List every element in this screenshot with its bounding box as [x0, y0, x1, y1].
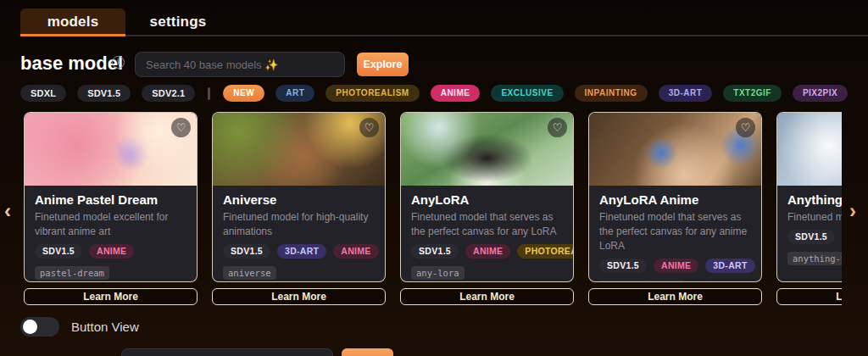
model-description: Finetuned mod — [787, 210, 842, 225]
model-description: Finetuned model for high-quality animati… — [223, 210, 375, 239]
filter-chip-txt2gif[interactable]: TXT2GIF — [723, 85, 782, 102]
model-carousel: ♡ Anime Pastel Dream Finetuned model exc… — [22, 108, 842, 309]
filter-chip-new[interactable]: NEW — [223, 85, 264, 102]
model-tag: 3D-ART — [277, 244, 326, 259]
model-card[interactable]: ♡ Aniverse Finetuned model for high-qual… — [212, 112, 386, 305]
heart-icon: ♡ — [553, 121, 563, 134]
model-thumbnail: ♡ — [777, 113, 842, 186]
carousel-track: ♡ Anime Pastel Dream Finetuned model exc… — [22, 108, 842, 305]
heart-icon: ♡ — [364, 121, 375, 134]
model-description: Finetuned model excellent for vibrant an… — [35, 210, 186, 239]
learn-more-button[interactable]: Learn More — [24, 288, 198, 305]
page-title: base model — [20, 53, 123, 75]
filter-chip-exclusive[interactable]: EXCLUSIVE — [491, 85, 563, 102]
learn-more-button[interactable]: Learn More — [212, 288, 386, 305]
model-tag: ANIME — [465, 244, 510, 259]
model-tag: PHOTOREALISM — [517, 244, 573, 259]
model-card[interactable]: ♡ AnyLoRA Finetuned model that serves as… — [400, 112, 574, 305]
filter-chip-3d-art[interactable]: 3D-ART — [659, 85, 713, 102]
model-thumbnail: ♡ — [25, 113, 197, 186]
tab-bar: models settings — [20, 8, 868, 36]
heart-icon: ♡ — [741, 121, 751, 134]
filter-chip-sdxl[interactable]: SDXL — [20, 85, 66, 102]
carousel-next-button[interactable]: › — [849, 201, 856, 221]
heart-icon: ♡ — [176, 121, 186, 134]
filter-chip-sdv2-1[interactable]: SDV2.1 — [142, 85, 195, 102]
model-card[interactable]: ♡ AnyLoRA Anime Finetuned model that ser… — [588, 112, 762, 305]
info-icon[interactable]: i — [112, 56, 125, 69]
button-view-label: Button View — [71, 320, 139, 334]
learn-more-button[interactable]: Learn More — [588, 288, 762, 305]
model-tag: SDV1.5 — [599, 259, 647, 273]
model-tag: ANIME — [333, 244, 378, 259]
model-tag: ANIME — [89, 244, 134, 259]
favorite-button[interactable]: ♡ — [548, 118, 567, 137]
favorite-button[interactable]: ♡ — [736, 118, 755, 137]
favorite-button[interactable]: ♡ — [359, 118, 379, 137]
model-code: pastel-dream — [35, 266, 109, 280]
model-description: Finetuned model that serves as the perfe… — [411, 210, 563, 239]
toggle-knob — [23, 320, 37, 334]
secondary-explore-button[interactable] — [342, 348, 393, 356]
filter-chip-photorealism[interactable]: PHOTOREALISM — [326, 85, 419, 102]
filter-chip-anime[interactable]: ANIME — [431, 85, 481, 102]
filter-chip-inpainting[interactable]: INPAINTING — [575, 85, 648, 102]
tab-models[interactable]: models — [20, 8, 125, 35]
model-title: AnythingV3 — [787, 192, 842, 208]
model-thumbnail: ♡ — [213, 113, 385, 186]
model-tag: SDV1.5 — [223, 244, 270, 259]
model-tag: ANIME — [654, 259, 698, 273]
learn-more-button[interactable]: Learn More — [776, 288, 842, 305]
view-toggle-row: Button View — [20, 317, 139, 337]
filter-bar: SDXL SDV1.5 SDV2.1 NEW ART PHOTOREALISM … — [20, 85, 848, 102]
button-view-toggle[interactable] — [20, 317, 59, 337]
learn-more-button[interactable]: Learn More — [400, 288, 574, 305]
model-tag: SDV1.5 — [35, 244, 82, 259]
model-title: Aniverse — [223, 192, 375, 208]
explore-button[interactable]: Explore — [357, 53, 409, 76]
carousel-prev-button[interactable]: ‹ — [4, 201, 11, 221]
model-thumbnail: ♡ — [401, 113, 573, 186]
tab-settings[interactable]: settings — [125, 8, 231, 35]
model-description: Finetuned model that serves as the perfe… — [599, 210, 751, 253]
filter-chip-art[interactable]: ART — [275, 85, 314, 102]
filter-chip-sdv1-5[interactable]: SDV1.5 — [77, 85, 131, 102]
secondary-search-input[interactable] — [121, 348, 333, 356]
model-code: anything-v3.0 — [787, 252, 842, 265]
search-input[interactable] — [135, 52, 345, 77]
model-code: aniverse — [223, 266, 276, 280]
model-title: AnyLoRA — [411, 192, 563, 208]
filter-chip-pix2pix[interactable]: PIX2PIX — [793, 85, 848, 102]
chip-divider — [208, 87, 210, 100]
favorite-button[interactable]: ♡ — [171, 118, 191, 137]
model-title: AnyLoRA Anime — [599, 192, 751, 208]
model-tag: 3D-ART — [705, 259, 754, 273]
model-code: any-lora-anime — [599, 281, 685, 282]
model-card[interactable]: ♡ Anime Pastel Dream Finetuned model exc… — [24, 112, 198, 305]
model-tag: SDV1.5 — [787, 230, 835, 244]
model-card[interactable]: ♡ AnythingV3 Finetuned mod SDV1.5 ANIME … — [776, 112, 842, 305]
model-code: any-lora — [411, 266, 465, 280]
model-browser-page: models settings base model i Explore SDX… — [0, 0, 868, 356]
model-tag: SDV1.5 — [411, 244, 459, 259]
model-title: Anime Pastel Dream — [35, 192, 186, 208]
model-thumbnail: ♡ — [589, 113, 761, 186]
